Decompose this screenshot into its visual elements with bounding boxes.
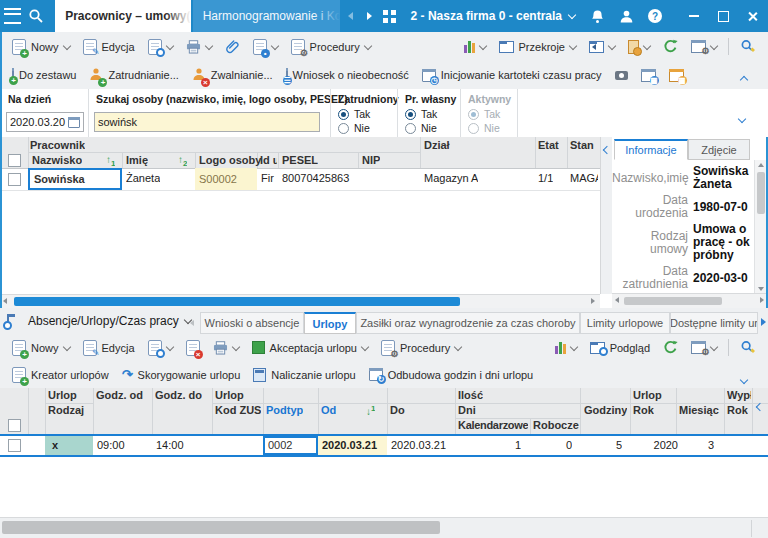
print-button[interactable] [180,37,218,57]
quick-search-button[interactable] [734,36,762,57]
tab-informacje[interactable]: Informacje [614,139,688,160]
tab-zdjecie[interactable]: Zdjęcie [688,139,750,160]
col-header-logo-osoby[interactable]: Logo osoby [199,154,261,166]
col-header-rodzaj[interactable]: Rodzaj [48,404,84,416]
tab-scroll-left-icon[interactable] [190,320,194,326]
collapse-panel-icon[interactable] [603,146,611,154]
refresh-vacations-button[interactable] [657,337,684,358]
cell-etat[interactable]: 1/1 [538,172,553,184]
scrollbar-thumb[interactable] [757,172,765,214]
tab-limity-urlopowe[interactable]: Limity urlopowe [580,312,670,334]
row-checkbox[interactable] [8,173,21,186]
employee-row[interactable]: Sowińska Żaneta S00002 Fir 80070425863 M… [0,168,600,191]
scroll-left-icon[interactable] [615,297,619,303]
new-button[interactable]: +Nowy [6,36,76,58]
absence-request-button[interactable]: ☰ Wniosek o nieobecność [280,66,415,84]
vacation-row[interactable]: x 09:00 14:00 0002 2020.03.21 2020.03.21… [0,434,768,457]
col-header-miesiac[interactable]: Miesiąc [679,404,723,416]
own-worker-no-radio[interactable]: Nie [405,122,437,134]
scrollbar-thumb[interactable] [624,297,722,305]
scrollbar-thumb[interactable] [2,521,440,534]
col-header-do[interactable]: Do [390,404,405,416]
employees-grid-header[interactable]: Pracownik Nazwisko ↑1 Imię ↑2 Logo osoby… [0,137,600,169]
cell-godziny[interactable]: 5 [580,439,622,451]
col-header-godziny[interactable]: Godziny [584,404,627,416]
cell-robocze[interactable]: 0 [530,439,572,451]
tab-pracownicy-umowy[interactable]: Pracownicy – umowy(etaty) [55,0,191,32]
collapse-filter-button[interactable] [732,113,752,126]
preview-document-button[interactable] [142,36,179,58]
new-vacation-button[interactable]: +Nowy [6,337,76,359]
info-panel-hscrollbar[interactable] [612,293,768,308]
help-button[interactable]: ? [641,8,669,24]
tab-scroll-right-button[interactable] [362,0,377,32]
cell-pesel[interactable]: 80070425863 [282,172,357,184]
quick-search-vacations-button[interactable] [734,337,762,358]
cell-od[interactable]: 2020.03.21 [318,436,387,455]
cell-logo-osoby[interactable]: S00002 [195,168,257,190]
window-hscrollbar[interactable] [0,517,768,538]
cell-dzial[interactable]: Magazyn A [424,172,478,184]
tab-urlopy[interactable]: Urlopy [304,312,356,334]
notifications-button[interactable] [583,9,611,24]
cell-imie[interactable]: Żaneta [126,172,160,184]
chart-vacation-button[interactable] [549,338,583,357]
delete-vacation-button[interactable]: × [180,337,206,359]
select-all-checkbox[interactable] [8,154,21,167]
select-all-checkbox[interactable] [8,419,21,432]
col-header-godz-od[interactable]: Godz. od [96,389,143,401]
scroll-down-icon[interactable] [758,287,764,291]
employed-yes-radio[interactable]: Tak [338,108,370,120]
preview-pane-button[interactable]: Podgląd [584,339,656,357]
cell-kalendarzowe[interactable]: 1 [455,439,521,451]
as-of-date-field[interactable] [6,112,84,132]
view-settings-vacations-button[interactable]: ⚙ [685,338,723,357]
col-header-pesel[interactable]: PESEL [282,154,318,166]
col-header-nip[interactable]: NIP [362,154,380,166]
worktime-plan-button[interactable]: ▦ [663,66,690,85]
tab-zasilki[interactable]: Zasiłki oraz wynagrodzenie za czas choro… [356,312,580,334]
bottom-section-selector[interactable]: Absencje/Urlopy/Czas pracy [28,314,191,328]
minimize-button[interactable] [680,15,708,17]
preview-vacation-button[interactable] [142,337,179,359]
close-button[interactable] [738,11,766,22]
col-header-stan[interactable]: Stan [570,139,594,151]
document-chart-button[interactable]: • [247,36,284,58]
tab-dostepne-limity[interactable]: Dostępne limity ur [670,312,758,334]
collapse-vacations-toolbar-button[interactable] [734,374,754,387]
tab-wnioski-o-absencje[interactable]: Wnioski o absencje [200,312,304,334]
col-header-kod-zus[interactable]: Kod ZUS [215,404,261,416]
col-header-kalendarzowe[interactable]: Kalendarzowe [458,419,528,431]
accept-vacation-button[interactable]: Akceptacja urlopu [246,338,374,357]
tab-scroll-right-icon[interactable] [761,318,766,326]
apps-grid-button[interactable] [377,0,403,32]
time-snapshot-button[interactable] [609,68,634,83]
view-settings-button[interactable]: ⚙ [685,37,723,56]
cell-miesiac[interactable]: 3 [676,439,714,451]
employed-no-radio[interactable]: Nie [338,122,370,134]
vacation-wizard-button[interactable]: +Kreator urlopów [6,364,115,386]
maximize-button[interactable] [709,11,737,22]
cell-stan[interactable]: MAGAZ [570,172,598,184]
col-header-robocze[interactable]: Robocze [533,419,579,431]
tab-scroll-left-button[interactable] [340,0,361,32]
edit-vacation-button[interactable]: ✎Edycja [77,337,141,359]
employees-grid-hscrollbar[interactable] [0,294,600,309]
cell-godz-do[interactable]: 14:00 [156,439,184,451]
collapse-columns-icon[interactable] [756,403,764,411]
col-header-imie[interactable]: Imię [126,154,148,166]
hire-button[interactable]: + Zatrudnianie... [83,64,184,86]
cell-rodzaj[interactable]: x [45,436,93,455]
menu-button[interactable] [0,0,26,32]
edit-button[interactable]: ✎Edycja [77,36,141,58]
scroll-up-icon[interactable] [758,163,764,167]
col-header-etat[interactable]: Etat [538,139,559,151]
procedures-button[interactable]: ⚙Procedury [285,36,377,58]
col-header-rok[interactable]: Rok [633,404,654,416]
navigate-back-button[interactable] [583,38,621,56]
sections-button[interactable]: Przekroje [493,38,582,56]
scroll-right-icon[interactable] [591,298,595,304]
exit-settings-button[interactable] [622,37,656,57]
col-header-dzial[interactable]: Dział [424,139,450,151]
cell-nazwisko-selected[interactable]: Sowińska [28,168,122,190]
